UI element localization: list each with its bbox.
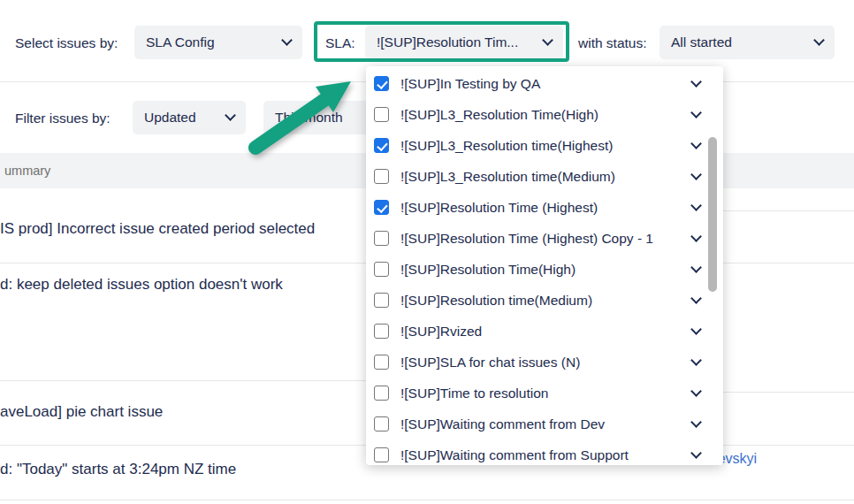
summary-column-header: ummary [4, 164, 50, 178]
sla-option-label: ![SUP]In Testing by QA [400, 76, 683, 92]
table-row[interactable]: IS prod] Incorrect issue created period … [0, 220, 315, 238]
filter-field-select[interactable]: Updated [133, 101, 246, 134]
sla-option-label: ![SUP]Resolution Time(High) [400, 262, 683, 278]
sla-option-label: ![SUP]L3_Resolution time(Highest) [400, 138, 683, 154]
sla-option[interactable]: ![SUP]SLA for chat issues (N) [366, 347, 723, 378]
chevron-down-icon[interactable] [690, 76, 702, 88]
chevron-down-icon[interactable] [690, 355, 702, 366]
chevron-down-icon[interactable] [690, 169, 702, 180]
chevron-down-icon [225, 110, 236, 121]
annotation-arrow [239, 69, 371, 166]
sla-label: SLA: [325, 35, 355, 51]
checkbox[interactable] [374, 107, 389, 122]
sla-option[interactable]: ![SUP]Resolution Time(High) [366, 254, 723, 285]
sla-option-label: ![SUP]Resolution Time (Highest) Copy - 1 [400, 231, 683, 247]
sla-select[interactable]: ![SUP]Resolution Tim... [365, 26, 563, 59]
chevron-down-icon[interactable] [690, 262, 702, 273]
sla-option-label: ![SUP]Rvized [400, 324, 683, 340]
checkbox[interactable] [374, 231, 389, 246]
table-row[interactable]: d: "Today" starts at 3:24pm NZ time [0, 461, 236, 478]
checkbox[interactable] [374, 447, 389, 462]
sla-option[interactable]: ![SUP]L3_Resolution Time(High) [366, 99, 723, 130]
sla-option[interactable]: ![SUP]Resolution Time (Highest) Copy - 1 [366, 223, 723, 254]
sla-option-label: ![SUP]Time to resolution [400, 386, 683, 401]
checkbox[interactable] [374, 386, 389, 401]
sla-option[interactable]: ![SUP]Resolution Time (Highest) [366, 192, 723, 223]
checkbox[interactable] [374, 76, 389, 91]
row-divider [0, 380, 366, 381]
filter-field-value: Updated [144, 110, 196, 126]
sla-option[interactable]: ![SUP]In Testing by QA [366, 68, 723, 99]
sla-option-label: ![SUP]Resolution Time (Highest) [400, 200, 683, 216]
sla-option[interactable]: ![SUP]Time to resolution [366, 378, 723, 409]
checkbox[interactable] [374, 324, 389, 339]
row-divider [723, 210, 854, 211]
table-bottom-divider [0, 500, 854, 500]
sla-option-label: ![SUP]SLA for chat issues (N) [400, 355, 683, 370]
chevron-down-icon[interactable] [690, 293, 702, 304]
sla-config-value: SLA Config [146, 34, 215, 50]
table-row[interactable]: d: keep deleted issues option doesn't wo… [0, 276, 283, 294]
chevron-down-icon [542, 34, 553, 46]
chevron-down-icon[interactable] [690, 386, 702, 397]
chevron-down-icon[interactable] [690, 231, 702, 242]
sla-option[interactable]: ![SUP]L3_Resolution time(Medium) [366, 161, 723, 192]
select-issues-by-label: Select issues by: [15, 35, 118, 51]
checkbox[interactable] [374, 138, 389, 153]
checkbox[interactable] [374, 416, 389, 431]
chevron-down-icon [281, 34, 293, 46]
checkbox[interactable] [374, 355, 389, 370]
sla-option-label: ![SUP]L3_Resolution Time(High) [400, 107, 683, 123]
chevron-down-icon[interactable] [690, 200, 702, 211]
app-screen: Select issues by: SLA Config SLA: ![SUP]… [0, 0, 854, 504]
sla-option[interactable]: ![SUP]Waiting comment from Support [366, 439, 723, 465]
chevron-down-icon[interactable] [690, 447, 702, 459]
chevron-down-icon[interactable] [690, 324, 702, 335]
checkbox[interactable] [374, 293, 389, 308]
sla-option-label: ![SUP]L3_Resolution time(Medium) [400, 169, 683, 185]
checkbox[interactable] [374, 200, 389, 215]
sla-option-label: ![SUP]Resolution time(Medium) [400, 293, 683, 309]
dropdown-scrollbar-thumb[interactable] [708, 137, 717, 292]
chevron-down-icon[interactable] [690, 107, 702, 118]
status-select-value: All started [671, 34, 732, 50]
row-divider [723, 392, 854, 393]
sla-option-label: ![SUP]Waiting comment from Dev [400, 416, 683, 432]
with-status-label: with status: [578, 35, 647, 51]
chevron-down-icon[interactable] [690, 138, 702, 149]
chevron-down-icon[interactable] [690, 416, 702, 428]
sla-option-label: ![SUP]Waiting comment from Support [400, 447, 683, 463]
sla-option[interactable]: ![SUP]Waiting comment from Dev [366, 409, 723, 439]
sla-select-value: ![SUP]Resolution Tim... [377, 34, 518, 50]
chevron-down-icon [813, 34, 825, 46]
table-row[interactable]: aveLoad] pie chart issue [0, 403, 163, 421]
sla-dropdown-panel: ![SUP]In Testing by QA ![SUP]L3_Resoluti… [366, 66, 723, 465]
sla-option[interactable]: ![SUP]L3_Resolution time(Highest) [366, 130, 723, 161]
checkbox[interactable] [374, 262, 389, 277]
checkbox[interactable] [374, 169, 389, 184]
filter-issues-by-label: Filter issues by: [15, 111, 111, 126]
sla-config-select[interactable]: SLA Config [134, 26, 302, 59]
status-select[interactable]: All started [660, 26, 835, 59]
sla-option[interactable]: ![SUP]Resolution time(Medium) [366, 285, 723, 316]
sla-option[interactable]: ![SUP]Rvized [366, 316, 723, 347]
